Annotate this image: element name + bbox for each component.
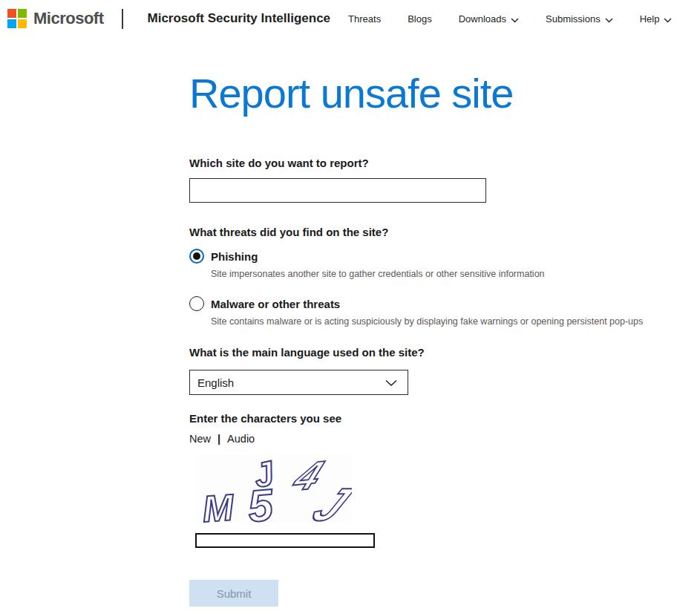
site-title[interactable]: Microsoft Security Intelligence xyxy=(148,11,331,26)
chevron-down-icon xyxy=(664,14,672,25)
nav-item-label: Blogs xyxy=(408,13,432,25)
logo-square-red xyxy=(7,9,16,18)
nav-item-label: Threats xyxy=(348,13,381,25)
main-nav: Threats Blogs Downloads Submissions Help xyxy=(348,13,672,25)
language-question-section: What is the main language used on the si… xyxy=(189,346,700,395)
captcha-section: Enter the characters you see New | Audio… xyxy=(189,412,700,548)
nav-item-help[interactable]: Help xyxy=(640,13,673,25)
language-select[interactable]: English xyxy=(189,370,408,395)
nav-item-label: Downloads xyxy=(459,13,506,25)
threat-question-label: What threats did you find on the site? xyxy=(189,226,700,238)
site-question-label: Which site do you want to report? xyxy=(189,157,700,169)
header-divider xyxy=(122,9,123,29)
captcha-input[interactable] xyxy=(195,533,375,548)
nav-item-blogs[interactable]: Blogs xyxy=(408,13,432,25)
chevron-down-icon xyxy=(385,376,397,389)
submit-button[interactable]: Submit xyxy=(189,580,278,607)
radio-unselected-icon xyxy=(189,296,204,311)
radio-phishing-label: Phishing xyxy=(211,250,258,263)
radio-dot xyxy=(193,252,200,260)
nav-item-downloads[interactable]: Downloads xyxy=(459,13,519,25)
nav-item-label: Help xyxy=(640,13,660,25)
threat-option-phishing: Phishing Site impersonates another site … xyxy=(189,249,700,279)
nav-item-submissions[interactable]: Submissions xyxy=(546,13,613,25)
nav-item-threats[interactable]: Threats xyxy=(348,13,381,25)
language-selected-value: English xyxy=(197,376,234,389)
captcha-links-divider: | xyxy=(217,433,220,445)
microsoft-logo-icon xyxy=(7,9,27,28)
chevron-down-icon xyxy=(511,14,519,25)
captcha-links: New | Audio xyxy=(189,433,700,445)
radio-selected-icon xyxy=(189,249,204,264)
captcha-image: J 4 M 5 J xyxy=(196,454,352,523)
microsoft-wordmark: Microsoft xyxy=(33,9,104,28)
captcha-new-link[interactable]: New xyxy=(189,433,211,445)
language-question-label: What is the main language used on the si… xyxy=(189,346,700,359)
logo-square-green xyxy=(18,9,27,18)
logo-square-yellow xyxy=(18,19,27,28)
captcha-label: Enter the characters you see xyxy=(189,412,700,425)
chevron-down-icon xyxy=(605,14,613,25)
main-content: Report unsafe site Which site do you wan… xyxy=(0,70,700,607)
page-title: Report unsafe site xyxy=(189,70,700,117)
header: Microsoft Microsoft Security Intelligenc… xyxy=(0,0,700,37)
site-question-section: Which site do you want to report? xyxy=(189,157,700,203)
radio-phishing-description: Site impersonates another site to gather… xyxy=(211,269,700,279)
logo-square-blue xyxy=(7,19,16,28)
microsoft-logo[interactable]: Microsoft xyxy=(7,9,104,28)
threat-option-malware: Malware or other threats Site contains m… xyxy=(189,296,700,327)
captcha-char: M xyxy=(201,487,236,524)
site-url-input[interactable] xyxy=(189,178,486,203)
nav-item-label: Submissions xyxy=(546,13,601,25)
radio-malware[interactable]: Malware or other threats xyxy=(189,296,700,311)
captcha-audio-link[interactable]: Audio xyxy=(227,433,255,445)
radio-malware-description: Site contains malware or is acting suspi… xyxy=(211,316,700,327)
captcha-char: 4 xyxy=(287,454,330,499)
radio-phishing[interactable]: Phishing xyxy=(189,249,700,264)
radio-malware-label: Malware or other threats xyxy=(211,298,340,310)
threat-question-section: What threats did you find on the site? P… xyxy=(189,226,700,327)
